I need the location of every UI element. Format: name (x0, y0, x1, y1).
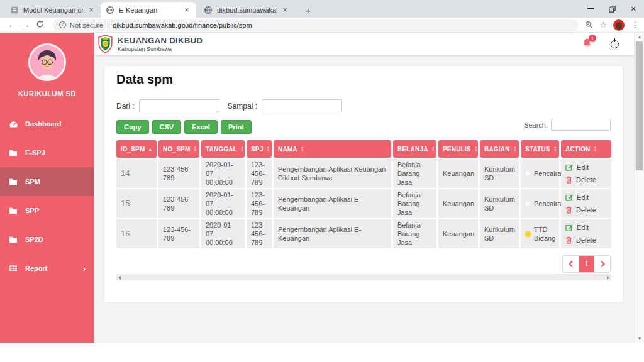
sidebar-item-label: E-SPJ (25, 149, 45, 156)
column-header-nama[interactable]: NAMA▲▼ (274, 140, 391, 158)
notifications-button[interactable]: 1 (582, 38, 592, 50)
window-restore-button[interactable] (601, 0, 623, 18)
column-header-belanja[interactable]: BELANJA▲▼ (393, 140, 436, 158)
cell-penulis: Keuangan (438, 189, 478, 218)
tab-close-icon[interactable]: × (87, 6, 96, 14)
edit-link[interactable]: Edit (565, 223, 589, 232)
security-label: Not secure (70, 21, 103, 29)
cell-action: Edit Delete (561, 159, 611, 188)
delete-link[interactable]: Delete (565, 206, 596, 214)
sidebar-item-espj[interactable]: E-SPJ (0, 138, 94, 167)
cell-bagian: Kurikulum SD (480, 189, 519, 218)
logout-power-button[interactable] (611, 40, 619, 48)
sidebar: KURIKULUM SD Dashboard E-SPJ SPM (0, 33, 94, 343)
edit-icon (565, 194, 573, 201)
pagination-page-1[interactable]: 1 (579, 256, 594, 272)
scroll-right-icon (607, 276, 609, 280)
table-horizontal-scrollbar[interactable] (116, 274, 611, 280)
sidebar-item-label: SPM (25, 178, 40, 185)
tab-close-icon[interactable]: × (182, 6, 191, 14)
column-header-penulis[interactable]: PENULIS▲▼ (438, 140, 478, 158)
date-filter-row: Dari : Sampai : (116, 99, 342, 112)
column-header-status[interactable]: STATUS▲▼ (521, 140, 559, 158)
cell-nama: Pengembangan Aplikasi Keuangan Dikbud Su… (274, 159, 391, 188)
page-title: Data spm (116, 72, 173, 87)
sidebar-item-report[interactable]: Report › (0, 254, 94, 283)
sort-both-icon: ▲▼ (267, 146, 270, 152)
sampai-label: Sampai : (228, 102, 257, 111)
page-scrollbar[interactable]: ▲ ▼ (634, 33, 644, 343)
csv-button[interactable]: CSV (152, 120, 182, 134)
zoom-icon[interactable] (585, 21, 593, 29)
sort-both-icon: ▲▼ (594, 146, 597, 152)
cell-action: Edit Delete (561, 219, 611, 248)
delete-link[interactable]: Delete (565, 236, 596, 244)
excel-button[interactable]: Excel (184, 120, 218, 134)
column-header-action[interactable]: ACTION▲▼ (561, 140, 611, 158)
column-header-bagian[interactable]: BAGIAN▲▼ (480, 140, 519, 158)
cell-id-spm: 14 (116, 159, 157, 188)
scroll-down-icon: ▼ (635, 336, 644, 341)
window-minimize-button[interactable] (580, 0, 601, 18)
sidebar-username: KURIKULUM SD (0, 90, 94, 97)
browser-tab-2-active[interactable]: E-Keuangan × (101, 2, 196, 18)
reload-icon (36, 20, 44, 28)
chevron-right-icon (599, 260, 606, 268)
cell-id-spm: 16 (116, 219, 157, 248)
dari-date-input[interactable] (139, 99, 219, 112)
scrollbar-thumb[interactable] (636, 41, 643, 170)
copy-button[interactable]: Copy (116, 120, 149, 134)
info-icon[interactable]: i (59, 21, 66, 28)
pagination-prev-button[interactable] (563, 256, 579, 272)
search-label: Search: (524, 121, 548, 129)
browser-tab-3[interactable]: dikbud.sumbawakab.go.id/financ × (199, 2, 294, 18)
column-header-no-spm[interactable]: NO_SPM▲▼ (158, 140, 199, 158)
sidebar-item-spm[interactable]: SPM (0, 167, 94, 196)
search-input[interactable] (551, 119, 611, 131)
dashboard-icon (9, 120, 18, 128)
sort-both-icon: ▲▼ (474, 146, 478, 152)
print-button[interactable]: Print (221, 120, 252, 134)
folder-icon (9, 178, 18, 185)
sidebar-item-spp[interactable]: SPP (0, 196, 94, 225)
cell-id-spm: 15 (116, 189, 157, 218)
tab-title: dikbud.sumbawakab.go.id/financ (217, 6, 277, 14)
sort-both-icon: ▲▼ (301, 146, 304, 152)
sidebar-item-sp2d[interactable]: SP2D (0, 225, 94, 254)
column-header-spj[interactable]: SPJ▲▼ (247, 140, 272, 158)
main-content: Data spm Dari : Sampai : Copy CSV Excel … (94, 55, 634, 343)
new-tab-button[interactable]: + (301, 3, 316, 17)
delete-link[interactable]: Delete (565, 175, 596, 184)
cell-penulis: Keuangan (438, 219, 478, 248)
browser-tab-1[interactable]: Modul Keuangan on Modul e-Ke × (5, 2, 101, 18)
edit-link[interactable]: Edit (565, 163, 589, 172)
url-text: dikbud.sumbawakab.go.id/finance/public/s… (113, 21, 252, 29)
column-header-id-spm[interactable]: ID_SPM▲ (116, 140, 157, 158)
data-card: Data spm Dari : Sampai : Copy CSV Excel … (104, 66, 623, 302)
delete-icon (565, 236, 572, 244)
back-button[interactable]: ← (5, 20, 19, 30)
table-header-row: ID_SPM▲ NO_SPM▲▼ TANGGAL▲▼ SPJ▲▼ NAMA▲▼ … (116, 140, 611, 158)
sampai-date-input[interactable] (262, 99, 342, 112)
browser-menu-icon[interactable]: ⋮ (631, 20, 639, 30)
user-avatar[interactable] (28, 43, 66, 81)
table-icon (9, 265, 18, 272)
app-logo[interactable] (97, 35, 113, 54)
url-bar[interactable]: i Not secure dikbud.sumbawakab.go.id/fin… (53, 19, 579, 31)
bookmark-star-icon[interactable]: ☆ (599, 20, 607, 30)
forward-button[interactable]: → (19, 20, 33, 30)
browser-profile-avatar[interactable] (613, 19, 625, 31)
window-close-button[interactable]: × (623, 0, 644, 18)
reload-button[interactable] (33, 20, 47, 30)
column-header-tanggal[interactable]: TANGGAL▲▼ (201, 140, 245, 158)
avatar-illustration (30, 45, 64, 79)
delete-icon (565, 176, 572, 184)
sidebar-item-label: SPP (25, 207, 39, 214)
pagination-next-button[interactable] (594, 256, 610, 272)
sidebar-item-dashboard[interactable]: Dashboard (0, 109, 94, 138)
sort-both-icon: ▲▼ (193, 146, 197, 152)
tab-close-icon[interactable]: × (280, 6, 289, 14)
cell-penulis: Keuangan (438, 159, 478, 188)
url-separator (108, 21, 108, 29)
edit-link[interactable]: Edit (565, 193, 589, 202)
